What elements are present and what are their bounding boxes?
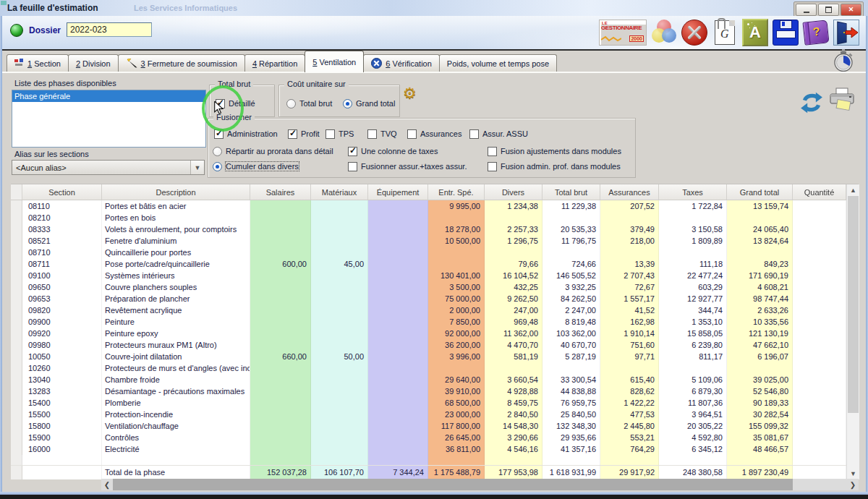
refresh-icon[interactable] [799, 90, 824, 115]
table-row-08710[interactable]: 08710Quincaillerie pour portes [11, 247, 846, 258]
tab-6-verification[interactable]: 6 Vérification [363, 54, 440, 72]
document-g-icon[interactable]: G [712, 20, 738, 46]
checkbox-une-colonne-de-taxes[interactable]: Une colonne de taxes [348, 146, 438, 156]
cell: 50,00 [311, 351, 368, 362]
scroll-right-icon[interactable]: ❯ [847, 479, 859, 490]
tab-1-section[interactable]: 1 Section [7, 54, 69, 72]
gestionnaire-logo[interactable]: LE GESTIONNAIRE 2000 [599, 20, 647, 46]
checkbox-assur-assu[interactable]: Assur. ASSU [469, 129, 528, 139]
cell: 1 175 488,79 [428, 466, 485, 479]
cell [727, 362, 793, 374]
dossier-input[interactable] [67, 22, 152, 37]
tab-3-fermeture-de-soumission[interactable]: 3 Fermeture de soumission [118, 54, 245, 72]
table-row-08521[interactable]: 08521Fenetre d'aluminium10 500,001 296,7… [11, 235, 846, 247]
table-row-13040[interactable]: 13040Chambre froide29 640,003 660,5433 3… [11, 374, 846, 385]
vertical-scroll-track[interactable] [847, 413, 859, 468]
column-header-taxes[interactable]: Taxes [659, 184, 727, 200]
radio-repartir-au-prorata-dans-detail[interactable]: Répartir au prorata dans détail [213, 146, 333, 156]
radio-total-brut[interactable]: Total brut [286, 98, 332, 108]
table-row-09653[interactable]: 09653Préparation de plancher75 000,009 2… [11, 293, 846, 304]
chevron-down-icon[interactable]: ▼ [190, 161, 204, 174]
cell [311, 397, 368, 409]
help-book-icon[interactable]: ? [803, 20, 829, 46]
table-row-08210[interactable]: 08210Portes en bois [11, 212, 846, 223]
list-item-phase-generale[interactable]: Phase générale [12, 90, 205, 102]
print-icon[interactable] [827, 87, 856, 114]
tab-2-division[interactable]: 2 Division [68, 54, 119, 72]
checkbox-fusion-admin-prof-dans-modules[interactable]: Fusion admin. prof. dans modules [488, 161, 621, 171]
column-header-section[interactable]: Section [22, 184, 102, 200]
checkbox-tps[interactable]: TPS [326, 129, 354, 139]
horizontal-scroll-track[interactable] [793, 479, 847, 490]
table-row-13283[interactable]: 13283Désamiantage - précautions maximale… [11, 385, 846, 397]
checkbox-fusionner-assur-taxes-assur[interactable]: Fusionner assur.+taxes assur. [348, 161, 467, 171]
column-header-assurances[interactable]: Assurances [600, 184, 659, 200]
column-header-equipement[interactable]: Équipement [368, 184, 428, 200]
cell: Protection-incendie [102, 409, 250, 420]
table-row-15800[interactable]: 15800Ventilation/chauffage117 800,0014 5… [11, 420, 846, 432]
column-header-grand-total[interactable]: Grand total [727, 184, 793, 200]
column-header-description[interactable]: Description [102, 184, 250, 200]
cell: 33 300,54 [542, 374, 600, 385]
table-total-row[interactable]: Total de la phase152 037,28106 107,707 3… [11, 465, 846, 479]
table-row-10050[interactable]: 10050Couvre-joint dilatation660,0050,003… [11, 351, 846, 362]
table-row-10260[interactable]: 10260Protecteurs de murs et d'angles (av… [11, 362, 846, 374]
table-row-09920[interactable]: 09920Peinture epoxy92 000,0011 362,00103… [11, 328, 846, 339]
checkbox-profit[interactable]: Profit [288, 129, 320, 139]
radio-cumuler-dans-divers[interactable]: Cumuler dans divers [213, 161, 299, 171]
column-header-quantite[interactable]: Quantité [793, 184, 846, 200]
cell [368, 420, 428, 432]
column-header-materiaux[interactable]: Matériaux [311, 184, 368, 200]
phases-list-label: Liste des phases disponibles [14, 79, 116, 88]
table-row-15900[interactable]: 15900Contrôles26 645,003 290,6629 935,66… [11, 432, 846, 443]
minimize-button[interactable] [796, 4, 817, 16]
table-row-09100[interactable]: 09100Systèmes intérieurs130 401,0016 104… [11, 270, 846, 281]
scroll-up-icon[interactable]: ▲ [847, 184, 859, 196]
gear-icon[interactable]: ⚙ [403, 85, 417, 101]
column-header-total-brut[interactable]: Total brut [542, 184, 600, 200]
table-row-15500[interactable]: 15500Protection-incendie23 000,002 840,5… [11, 409, 846, 420]
table-row-15400[interactable]: 15400Plomberie68 500,008 459,7576 959,75… [11, 397, 846, 409]
cell: 29 935,66 [542, 432, 600, 443]
table-row-09980[interactable]: 09980Protecteurs muraux PM1 (Altro)36 20… [11, 339, 846, 351]
close-button[interactable]: ✕ [841, 4, 861, 16]
cell [311, 200, 368, 212]
column-header-divers[interactable]: Divers [485, 184, 542, 200]
alias-combobox[interactable]: <Aucun alias> ▼ [12, 160, 205, 175]
horizontal-scrollbar[interactable]: ❮ ❯ [101, 479, 859, 490]
table-row-08110[interactable]: 08110Portes et bâtis en acier9 995,001 2… [11, 200, 846, 212]
cell: 92 000,00 [428, 328, 485, 339]
column-header-entr-spe[interactable]: Entr. Spé. [428, 184, 485, 200]
letter-a-icon[interactable]: A [742, 20, 768, 46]
cell [600, 212, 659, 223]
cell: 10 500,00 [428, 235, 485, 247]
vertical-scrollbar[interactable]: ▲ ▼ [846, 184, 859, 479]
table-row-16000[interactable]: 16000Electricité36 811,004 546,1641 357,… [11, 443, 846, 455]
tab-5-ventilation[interactable]: 5 Ventilation [305, 51, 364, 72]
save-icon[interactable] [773, 20, 799, 46]
table-row-08333[interactable]: 08333Volets à enroulement, pour comptoir… [11, 223, 846, 235]
cell [793, 397, 846, 409]
column-header-salaires[interactable]: Salaires [250, 184, 311, 200]
checkbox-fusion-ajustements-dans-modules[interactable]: Fusion ajustements dans modules [488, 146, 621, 156]
horizontal-scroll-thumb[interactable] [113, 479, 793, 490]
table-row-09650[interactable]: 09650Couvre planchers souples3 500,00432… [11, 281, 846, 293]
vertical-scroll-thumb[interactable] [848, 196, 859, 413]
scroll-left-icon[interactable]: ❮ [101, 479, 113, 490]
colors-icon[interactable] [651, 20, 677, 46]
table-row-09900[interactable]: 09900Peinture7 850,00969,488 819,48162,9… [11, 316, 846, 328]
cell: 811,17 [659, 351, 727, 362]
tab-poids-volume-et-temps-pose[interactable]: Poids, volume et temps pose [439, 54, 557, 72]
cell: Protecteurs muraux PM1 (Altro) [102, 339, 250, 351]
radio-grand-total[interactable]: Grand total [343, 98, 395, 108]
checkbox-tvq[interactable]: TVQ [367, 129, 397, 139]
exit-icon[interactable] [833, 20, 859, 46]
maximize-button[interactable] [818, 4, 839, 16]
table-row-08711[interactable]: 08711Pose porte/cadre/quincaillerie600,0… [11, 258, 846, 270]
phases-listbox[interactable]: Phase générale [12, 90, 206, 148]
tools-icon[interactable] [681, 20, 707, 46]
tab-4-repartition[interactable]: 4 Répartition [244, 54, 305, 72]
table-row-09820[interactable]: 09820Revêtement acrylique2 000,00247,002… [11, 304, 846, 316]
scroll-down-icon[interactable]: ▼ [847, 468, 859, 479]
checkbox-assurances[interactable]: Assurances [407, 129, 461, 139]
